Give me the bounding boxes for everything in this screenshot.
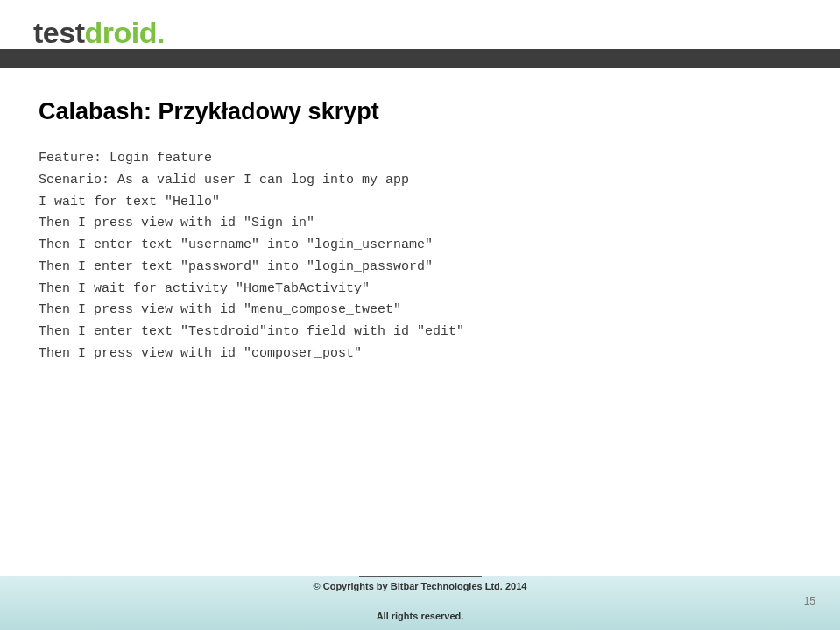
rights-text: All rights reserved. xyxy=(0,591,840,621)
footer-divider xyxy=(359,576,482,577)
logo-dot: . xyxy=(157,16,165,49)
code-line: Then I enter text "password" into "login… xyxy=(39,257,801,279)
slide-content: Calabash: Przykładowy skrypt Feature: Lo… xyxy=(39,98,801,365)
logo-text-droid: droid xyxy=(84,16,156,49)
code-line: Feature: Login feature xyxy=(39,148,801,170)
page-number: 15 xyxy=(804,595,815,607)
copyright-text: © Copyrights by Bitbar Technologies Ltd.… xyxy=(0,576,840,591)
code-line: Then I press view with id "Sign in" xyxy=(39,213,801,235)
code-line: I wait for text "Hello" xyxy=(39,192,801,214)
code-line: Scenario: As a valid user I can log into… xyxy=(39,170,801,192)
footer: © Copyrights by Bitbar Technologies Ltd.… xyxy=(0,576,840,630)
logo-text-test: test xyxy=(33,16,84,49)
header-strip xyxy=(0,49,840,68)
code-line: Then I enter text "Testdroid"into field … xyxy=(39,322,801,343)
code-block: Feature: Login feature Scenario: As a va… xyxy=(39,148,801,365)
code-line: Then I wait for activity "HomeTabActivit… xyxy=(39,279,801,301)
slide-title: Calabash: Przykładowy skrypt xyxy=(39,98,801,125)
code-line: Then I enter text "username" into "login… xyxy=(39,235,801,257)
code-line: Then I press view with id "composer_post… xyxy=(39,343,801,365)
code-line: Then I press view with id "menu_compose_… xyxy=(39,300,801,322)
logo: testdroid. xyxy=(33,16,165,50)
